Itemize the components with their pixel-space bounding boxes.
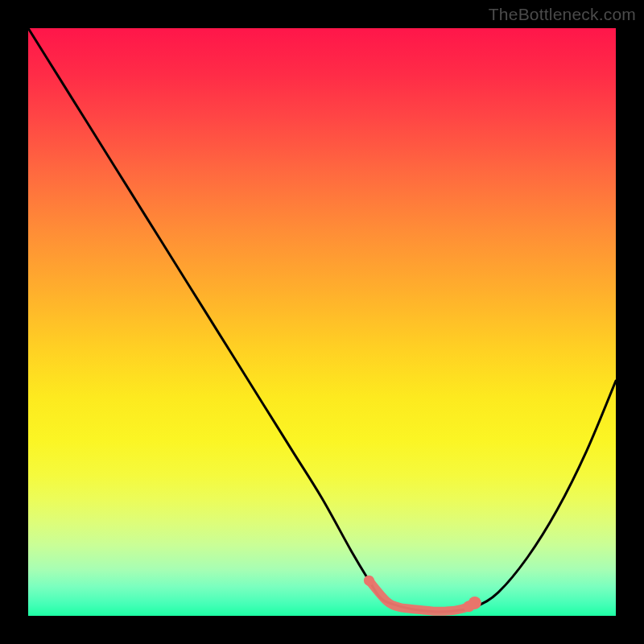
chart-svg [28,28,616,616]
curve-group [28,28,616,612]
watermark-text: TheBottleneck.com [489,5,636,24]
highlight-start-dot [364,576,374,586]
highlight-group [364,576,481,613]
plot-area [28,28,616,616]
highlight-segment [369,580,474,611]
bottleneck-curve-path [28,28,616,612]
chart-frame: TheBottleneck.com [0,0,644,644]
highlight-end-dot [469,597,481,609]
